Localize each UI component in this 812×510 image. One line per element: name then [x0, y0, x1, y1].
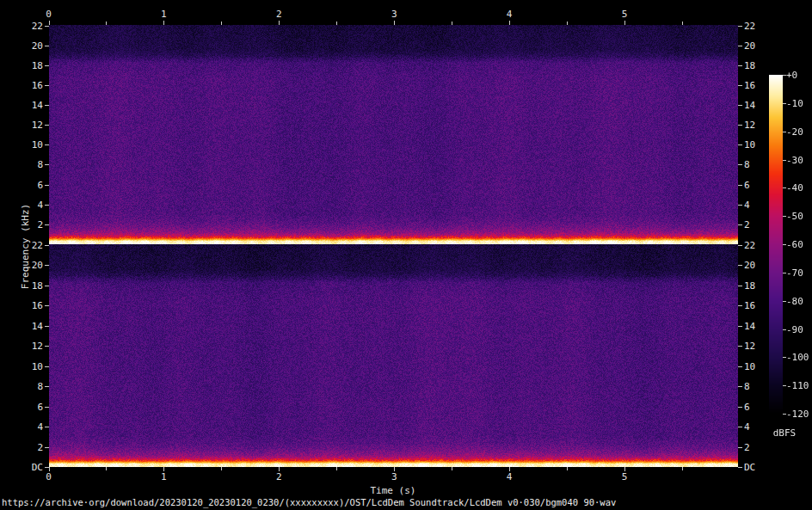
time-major-tick — [49, 21, 50, 25]
time-minor-tick — [452, 22, 452, 25]
time-minor-tick — [682, 22, 683, 25]
time-tick-label: 2 — [270, 472, 287, 482]
freq-tick-label: 8 — [24, 160, 43, 169]
freq-tick-label: 6 — [24, 402, 43, 412]
freq-tick — [45, 125, 49, 126]
colorbar-tick-label: -20 — [786, 127, 812, 137]
freq-tick-label: 2 — [744, 220, 766, 230]
freq-tick-label: 22 — [744, 22, 766, 31]
freq-tick — [45, 265, 49, 266]
spectrogram-canvas-channel-1 — [49, 25, 738, 244]
colorbar-tick-label: -40 — [786, 183, 812, 193]
time-minor-tick — [221, 22, 222, 25]
freq-tick-label: 2 — [24, 443, 43, 452]
time-tick-label: 3 — [385, 472, 403, 482]
spectrogram-figure: 012345 012345 22201816141210864222201816… — [0, 0, 812, 510]
freq-tick-label: 8 — [744, 382, 766, 391]
time-tick-label: 5 — [616, 9, 633, 19]
time-tick-label: 4 — [501, 9, 518, 19]
freq-tick — [45, 305, 49, 306]
freq-tick — [45, 164, 49, 165]
colorbar-tick-label: -30 — [786, 156, 812, 165]
freq-tick-label: 12 — [744, 120, 766, 130]
time-minor-tick — [682, 467, 683, 470]
freq-tick — [738, 26, 742, 27]
freq-tick-label: 22 — [24, 22, 43, 31]
freq-tick — [738, 265, 742, 266]
time-minor-tick — [221, 467, 222, 470]
colorbar-unit-label: dBFS — [766, 427, 803, 439]
freq-tick — [45, 245, 49, 246]
freq-tick — [738, 105, 742, 106]
freq-tick-label: 12 — [744, 341, 766, 351]
freq-tick-label: 16 — [24, 301, 43, 310]
freq-tick — [738, 427, 742, 427]
freq-tick-label: DC — [744, 463, 766, 472]
time-major-tick — [509, 21, 510, 25]
freq-tick-label: 22 — [744, 241, 766, 250]
colorbar-tick-label: -100 — [786, 353, 812, 362]
time-tick-label: 0 — [40, 9, 58, 19]
freq-tick — [45, 46, 49, 46]
freq-tick-label: 12 — [24, 120, 43, 130]
freq-tick — [45, 144, 49, 145]
freq-tick-label: 20 — [24, 41, 43, 51]
freq-tick — [738, 366, 742, 367]
freq-tick-label: 2 — [744, 443, 766, 452]
freq-tick — [738, 224, 742, 225]
freq-tick-label: 20 — [744, 41, 766, 51]
time-major-tick — [279, 21, 280, 25]
time-tick-label: 0 — [40, 472, 58, 482]
freq-tick — [45, 224, 49, 225]
time-minor-tick — [106, 467, 107, 470]
freq-tick — [738, 305, 742, 306]
source-url-caption: https://archive·org/download/20230120_20… — [2, 497, 616, 507]
colorbar-tick-label: +0 — [786, 71, 812, 80]
freq-tick-label: 14 — [744, 101, 766, 110]
time-tick-label: 1 — [155, 9, 172, 19]
time-major-tick — [624, 21, 625, 25]
spectrogram-canvas-channel-2 — [49, 244, 738, 467]
y-axis-title: Frequency (kHz) — [20, 191, 31, 303]
freq-tick — [738, 286, 742, 286]
freq-tick-label: 18 — [24, 61, 43, 71]
freq-tick-label: 16 — [744, 301, 766, 310]
freq-tick — [45, 386, 49, 387]
time-minor-tick — [106, 22, 107, 25]
freq-tick — [738, 447, 742, 448]
freq-tick — [738, 326, 742, 327]
colorbar-tick-label: -50 — [786, 212, 812, 221]
freq-tick — [738, 245, 742, 246]
time-minor-tick — [452, 467, 452, 470]
freq-tick — [45, 407, 49, 408]
colorbar-tick-label: -120 — [786, 409, 812, 419]
freq-tick-label: 10 — [24, 140, 43, 150]
freq-tick — [45, 105, 49, 106]
time-tick-label: 3 — [385, 9, 403, 19]
freq-tick — [738, 467, 742, 468]
freq-tick-label: 10 — [744, 140, 766, 150]
freq-tick — [45, 286, 49, 286]
freq-tick-label: 4 — [744, 200, 766, 210]
freq-tick — [738, 386, 742, 387]
freq-tick — [45, 346, 49, 347]
freq-tick-label: 6 — [744, 181, 766, 190]
freq-tick-label: 8 — [744, 160, 766, 169]
freq-tick-label: 4 — [24, 422, 43, 432]
colorbar-tick-label: -90 — [786, 325, 812, 335]
freq-tick-label: 20 — [744, 261, 766, 270]
time-tick-label: 2 — [270, 9, 287, 19]
freq-tick-label: 14 — [24, 101, 43, 110]
freq-tick-label: 16 — [744, 81, 766, 90]
freq-tick — [45, 326, 49, 327]
freq-tick — [738, 85, 742, 86]
freq-tick-label: 4 — [744, 422, 766, 432]
freq-tick-label: DC — [24, 463, 43, 472]
freq-tick-label: 14 — [24, 322, 43, 331]
freq-tick — [738, 125, 742, 126]
freq-tick-label: 8 — [24, 382, 43, 391]
time-tick-label: 1 — [155, 472, 172, 482]
freq-tick-label: 18 — [744, 281, 766, 291]
freq-tick-label: 18 — [744, 61, 766, 71]
time-minor-tick — [336, 22, 337, 25]
